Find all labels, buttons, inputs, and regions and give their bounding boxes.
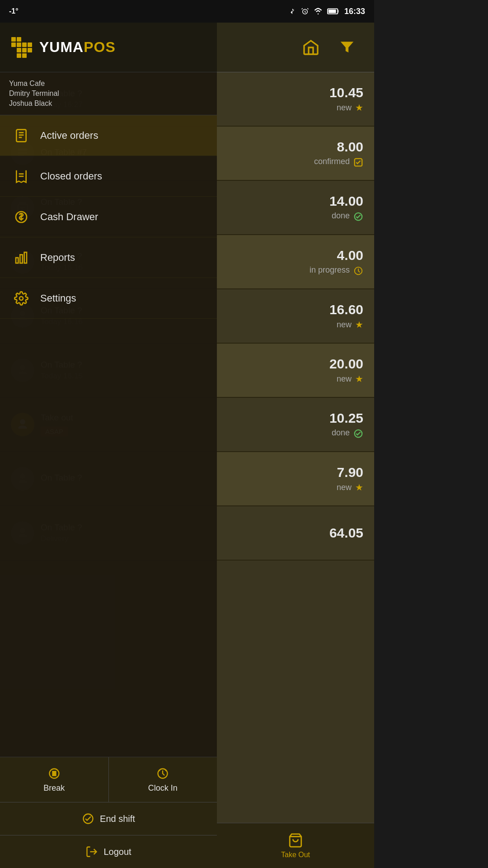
order-price-section: 10.25 done (329, 410, 363, 439)
order-status: done (332, 428, 363, 439)
sidebar-header: YUMAPOS (0, 23, 217, 72)
star-icon: ★ (355, 373, 363, 384)
clockin-label: Clock In (148, 783, 178, 793)
sidebar-item-cash-drawer[interactable]: Cash Drawer (0, 197, 217, 237)
sidebar-item-label: Cash Drawer (40, 211, 98, 223)
order-status: new ★ (337, 319, 363, 330)
home-button[interactable] (297, 34, 324, 61)
order-status: new ★ (337, 102, 363, 113)
svg-rect-26 (55, 771, 56, 775)
pause-icon (48, 766, 61, 780)
end-shift-button[interactable]: End shift (0, 802, 217, 835)
bottom-buttons: Break Clock In (0, 757, 217, 868)
sidebar-item-settings[interactable]: Settings (0, 278, 217, 319)
bluetooth-icon (288, 7, 296, 15)
wifi-icon (314, 8, 323, 15)
order-price-section: 14.00 done (329, 193, 363, 222)
order-price-section: 16.60 new ★ (329, 302, 363, 330)
order-price-section: 64.05 (329, 525, 363, 541)
clock-icon (353, 265, 363, 276)
status-right: 16:33 (288, 7, 365, 16)
end-shift-label: End shift (100, 814, 135, 824)
user-info: Yuma Cafe Dmitry Terminal Joshua Black (0, 72, 217, 115)
order-price-section: 7.90 new ★ (337, 465, 363, 493)
logout-button[interactable]: Logout (0, 835, 217, 868)
bar-chart-icon (11, 247, 31, 268)
break-button[interactable]: Break (0, 757, 109, 802)
order-amount: 64.05 (329, 525, 363, 541)
order-status: confirmed (314, 156, 363, 167)
main-container: On Table ? Today 16:27 10.45 new ★ (0, 23, 374, 868)
logo-text: YUMAPOS (39, 39, 116, 56)
break-label: Break (43, 783, 65, 793)
order-price-section: 10.45 new ★ (329, 85, 363, 113)
sidebar-item-label: Active orders (40, 130, 98, 142)
svg-rect-25 (52, 771, 53, 775)
clockin-button[interactable]: Clock In (109, 757, 217, 802)
sidebar-item-label: Closed orders (40, 170, 102, 182)
star-icon: ★ (355, 482, 363, 493)
sidebar: YUMAPOS Yuma Cafe Dmitry Terminal Joshua… (0, 23, 217, 868)
svg-rect-21 (20, 255, 22, 263)
user-cafe: Yuma Cafe (9, 80, 208, 88)
sidebar-item-closed-orders[interactable]: Closed orders (0, 156, 217, 197)
alarm-icon (301, 7, 309, 15)
logo-icon (9, 35, 34, 60)
order-amount: 4.00 (337, 248, 363, 263)
status-bar: -1° 16:33 (0, 0, 374, 23)
order-amount: 8.00 (337, 139, 363, 155)
order-status: new ★ (337, 482, 363, 493)
done-check-icon (353, 211, 363, 222)
user-terminal: Dmitry Terminal (9, 90, 208, 98)
order-amount: 16.60 (329, 302, 363, 317)
order-amount: 20.00 (329, 356, 363, 372)
svg-rect-2 (328, 9, 336, 13)
user-name: Joshua Black (9, 99, 208, 108)
order-amount: 10.45 (329, 85, 363, 100)
svg-rect-20 (16, 258, 18, 263)
order-status: done (332, 211, 363, 222)
svg-point-23 (19, 297, 23, 300)
logout-icon (85, 845, 98, 858)
break-clockin-row: Break Clock In (0, 757, 217, 802)
bottom-nav: Take Out (217, 823, 374, 868)
done-check-icon (353, 428, 363, 439)
order-status: in progress (310, 265, 363, 276)
clockin-icon (156, 766, 169, 780)
battery-icon (327, 8, 340, 15)
order-amount: 7.90 (337, 465, 363, 480)
order-price-section: 8.00 confirmed (314, 139, 363, 167)
check-icon (353, 156, 363, 167)
logout-label: Logout (103, 847, 131, 857)
sidebar-item-active-orders[interactable]: Active orders (0, 115, 217, 156)
end-shift-icon (82, 812, 94, 825)
star-icon: ★ (355, 319, 363, 330)
order-price-section: 20.00 new ★ (329, 356, 363, 384)
star-icon: ★ (355, 102, 363, 113)
menu-items: Active orders Closed orders (0, 115, 217, 757)
takeout-nav-item[interactable]: Take Out (217, 823, 374, 868)
filter-button[interactable] (333, 34, 361, 61)
takeout-nav-label: Take Out (281, 851, 310, 859)
document-icon (11, 125, 31, 146)
dollar-circle-icon (11, 207, 31, 227)
sidebar-item-reports[interactable]: Reports (0, 237, 217, 278)
status-time: 16:33 (344, 7, 365, 16)
receipt-icon (11, 166, 31, 186)
sidebar-item-label: Settings (40, 292, 76, 304)
bag-icon (288, 832, 303, 848)
status-signal: -1° (9, 7, 19, 15)
order-amount: 10.25 (329, 410, 363, 426)
order-status: new ★ (337, 373, 363, 384)
svg-rect-22 (24, 252, 26, 263)
order-price-section: 4.00 in progress (310, 248, 363, 276)
order-amount: 14.00 (329, 193, 363, 209)
gear-icon (11, 288, 31, 308)
sidebar-item-label: Reports (40, 252, 75, 264)
